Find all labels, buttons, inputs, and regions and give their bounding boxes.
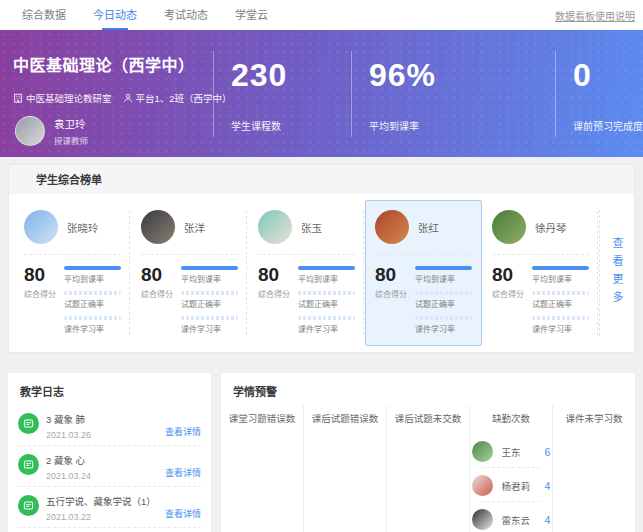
absence-row[interactable]: 王东 6 (470, 434, 552, 468)
column-title: 课后试题未交数 (387, 405, 469, 434)
col-absence-count: 缺勤次数 王东 6 杨君莉 4 (470, 405, 553, 532)
journal-item-title: 3 藏象 肺 (46, 412, 158, 426)
absence-student-name: 雷东云 (502, 513, 536, 527)
student-name: 张晓玲 (67, 220, 99, 235)
stat-label: 课前预习完成度 (573, 118, 643, 133)
metric-label: 平均到课率 (298, 273, 355, 284)
metric-attendance: 平均到课率 (532, 266, 589, 284)
student-card[interactable]: 张洋 80 综合得分 平均到课率 (131, 200, 248, 346)
learning-warning-card: 学情预警 课堂习题错误数 课后试题错误数 课后试题未交数 缺勤次数 王东 (221, 373, 635, 532)
metric-courseware: 课件学习率 (181, 316, 238, 334)
nav-tab[interactable]: 考试动态 (164, 0, 208, 30)
absence-student-avatar (472, 509, 493, 530)
student-avatar (141, 210, 175, 244)
student-card-top: 徐丹琴 (492, 210, 589, 255)
student-card-top: 张晓玲 (24, 210, 121, 255)
correct-rate-bar (298, 291, 355, 295)
student-avatar (492, 210, 526, 244)
student-card[interactable]: 徐丹琴 80 综合得分 平均到课率 (482, 200, 599, 346)
stat-value: 96% (369, 57, 555, 94)
absence-count: 4 (545, 514, 551, 526)
absence-student-name: 王东 (502, 445, 536, 459)
student-avatar (24, 210, 58, 244)
student-metrics: 平均到课率 试题正确率 课件学习率 (532, 264, 589, 341)
journal-item-title: 2 藏象 心 (46, 453, 158, 467)
courseware-bar (181, 316, 238, 320)
student-metrics: 平均到课率 试题正确率 课件学习率 (298, 264, 355, 341)
student-card-top: 张洋 (141, 210, 238, 255)
student-card[interactable]: 张晓玲 80 综合得分 平均到课率 (14, 200, 131, 346)
courseware-bar (298, 316, 355, 320)
student-card[interactable]: 张红 80 综合得分 平均到课率 (365, 200, 482, 346)
column-title: 课件未学习数 (553, 405, 635, 434)
view-details-link[interactable]: 查看详情 (165, 466, 201, 481)
journal-item-date: 2021.03.26 (46, 430, 158, 440)
attendance-bar (181, 266, 238, 270)
student-card-bottom: 80 综合得分 平均到课率 试题正确率 (141, 255, 238, 341)
metric-label: 平均到课率 (181, 273, 238, 284)
student-card[interactable]: 张玉 80 综合得分 平均到课率 (248, 200, 365, 346)
journal-item-date: 2021.03.24 (46, 471, 158, 481)
metric-correct-rate: 试题正确率 (64, 291, 121, 309)
course-banner: 中医基础理论（西学中） 中医基础理论教研室 平台1、2班（西学中） 袁卫玲 授课… (0, 30, 643, 157)
student-avatar (375, 210, 409, 244)
absence-student-avatar (472, 475, 493, 496)
view-details-link[interactable]: 查看详情 (165, 425, 201, 440)
nav-tab[interactable]: 学堂云 (235, 0, 268, 30)
courseware-bar (532, 316, 589, 320)
nav-tab[interactable]: 综合数据 (22, 0, 66, 30)
journal-item: 绪论 中医学理论体系的主要特点 2021.03.21 查看详情 (8, 528, 211, 532)
student-card-top: 张红 (375, 210, 472, 255)
metric-attendance: 平均到课率 (298, 266, 355, 284)
student-card-bottom: 80 综合得分 平均到课率 试题正确率 (24, 255, 121, 341)
correct-rate-bar (532, 291, 589, 295)
student-metrics: 平均到课率 试题正确率 课件学习率 (415, 264, 472, 341)
absence-count: 6 (545, 446, 551, 458)
view-details-link[interactable]: 查看详情 (165, 507, 201, 522)
score-label: 综合得分 (24, 288, 56, 299)
absence-row[interactable]: 杨君莉 4 (470, 468, 552, 502)
score-label: 综合得分 (492, 288, 524, 299)
student-card-list: 张晓玲 80 综合得分 平均到课率 (14, 200, 599, 346)
nav-tab[interactable]: 今日动态 (93, 0, 137, 30)
building-icon (13, 93, 23, 103)
column-title: 缺勤次数 (470, 405, 552, 434)
journal-item: 五行学说、藏象学说（1） 2021.03.22 查看详情 (8, 487, 211, 528)
warning-columns: 课堂习题错误数 课后试题错误数 课后试题未交数 缺勤次数 王东 6 (221, 405, 635, 532)
journal-title: 教学日志 (8, 373, 211, 405)
attendance-bar (415, 266, 472, 270)
metric-attendance: 平均到课率 (415, 266, 472, 284)
student-metrics: 平均到课率 试题正确率 课件学习率 (64, 264, 121, 341)
student-name: 张玉 (301, 220, 322, 235)
ranking-section-title: 学生综合榜单 (9, 165, 634, 194)
student-score: 80 (141, 264, 173, 286)
department: 中医基础理论教研室 (13, 91, 112, 105)
metric-correct-rate: 试题正确率 (298, 291, 355, 309)
absence-student-name: 杨君莉 (502, 479, 536, 493)
absence-list: 王东 6 杨君莉 4 雷东云 4 (470, 434, 552, 532)
journal-note-icon (18, 413, 39, 434)
student-card-bottom: 80 综合得分 平均到课率 试题正确率 (258, 255, 355, 341)
metric-courseware: 课件学习率 (532, 316, 589, 334)
metric-courseware: 课件学习率 (298, 316, 355, 334)
metric-correct-rate: 试题正确率 (181, 291, 238, 309)
metric-label: 试题正确率 (298, 298, 355, 309)
correct-rate-bar (181, 291, 238, 295)
attendance-bar (64, 266, 121, 270)
student-ranking-section: 学生综合榜单 张晓玲 80 综合得分 (8, 164, 635, 353)
view-more-link[interactable]: 查看更多 (609, 237, 625, 309)
nav-tabs: 综合数据 今日动态 考试动态 学堂云 (22, 0, 295, 30)
metric-label: 课件学习率 (532, 323, 589, 334)
journal-item-date: 2021.03.22 (46, 512, 158, 522)
stat-label: 平均到课率 (369, 118, 555, 133)
stat-block: 0 课前预习完成度 (555, 51, 643, 137)
score-label: 综合得分 (258, 288, 290, 299)
metric-attendance: 平均到课率 (64, 266, 121, 284)
metric-label: 课件学习率 (181, 323, 238, 334)
dashboard-help-link[interactable]: 数据看板使用说明 (555, 8, 635, 23)
courseware-bar (64, 316, 121, 320)
department-label: 中医基础理论教研室 (26, 91, 112, 105)
teacher-role: 授课教师 (54, 134, 88, 146)
metric-correct-rate: 试题正确率 (415, 291, 472, 309)
absence-row[interactable]: 雷东云 4 (470, 502, 552, 532)
